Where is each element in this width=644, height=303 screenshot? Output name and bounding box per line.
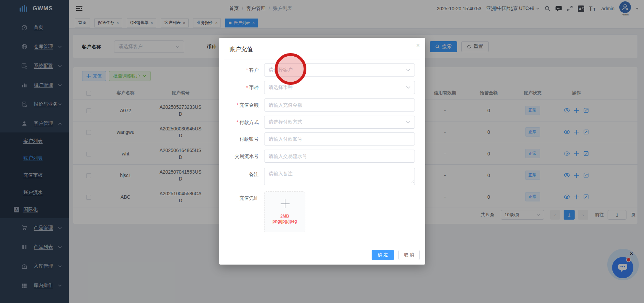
voucher-label: 充值凭证 <box>219 191 259 205</box>
modal-divider <box>224 59 420 59</box>
payment-method-select[interactable]: 请选择付款方式 <box>264 116 415 129</box>
modal-title: 账户充值 <box>229 45 253 53</box>
field-payment-method: *付款方式 请选择付款方式 <box>219 116 425 129</box>
confirm-button[interactable]: 确 定 <box>372 250 394 260</box>
payment-account-input[interactable] <box>264 132 415 145</box>
cancel-button[interactable]: 取 消 <box>398 250 420 260</box>
chevron-down-icon <box>406 121 410 124</box>
upload-plus-icon <box>281 199 290 208</box>
upload-hint: 2MB png/jpg/jpeg <box>264 214 305 224</box>
field-amount: *充值金额 <box>219 98 425 112</box>
resize-handle[interactable] <box>411 180 414 183</box>
field-payment-account: 付款账号 <box>219 132 425 145</box>
field-transaction-no: 交易流水号 <box>219 150 425 163</box>
modal-close-icon[interactable]: × <box>416 43 420 48</box>
click-highlight-annotation <box>275 53 306 85</box>
field-customer: *客户 请选择客户 <box>219 63 425 77</box>
remark-field-wrap <box>264 168 415 185</box>
chevron-down-icon <box>406 86 410 89</box>
recharge-modal: 账户充值 × *客户 请选择客户 *币种 请选择币种 *充值金额 *付款方式 请… <box>219 38 425 265</box>
transaction-no-input[interactable] <box>264 150 415 163</box>
app-root: GWMS 首页 仓库管理 系统配置 租户管理 报价与业务 客户管理 <box>0 0 644 303</box>
remark-textarea[interactable] <box>264 168 415 185</box>
amount-input[interactable] <box>264 98 415 112</box>
field-currency: *币种 请选择币种 <box>219 81 425 94</box>
chevron-down-icon <box>406 69 410 71</box>
voucher-upload-box[interactable]: 2MB png/jpg/jpeg <box>264 191 305 232</box>
